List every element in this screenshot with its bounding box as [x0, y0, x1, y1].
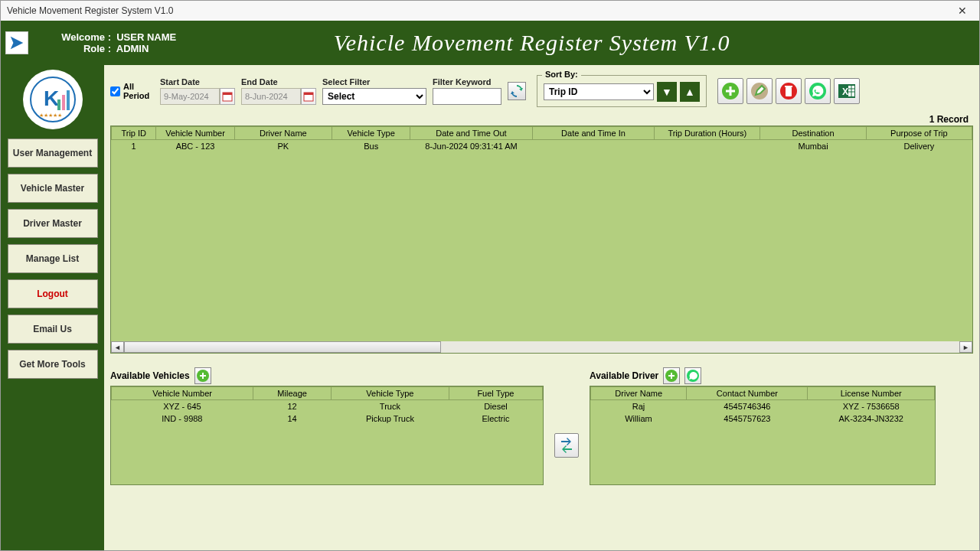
table-header[interactable]: Date and Time In [532, 127, 655, 140]
sidebar-item-email-us[interactable]: Email Us [8, 315, 98, 344]
end-date-input[interactable] [241, 88, 301, 105]
sort-by-group: Sort By: Trip ID ▼ ▲ [537, 75, 707, 107]
vehicles-table[interactable]: Vehicle NumberMileageVehicle TypeFuel Ty… [110, 386, 544, 485]
svg-rect-14 [785, 86, 792, 87]
sidebar-item-logout[interactable]: Logout [8, 279, 98, 308]
table-header[interactable]: Destination [760, 127, 866, 140]
table-header[interactable]: Driver Name [234, 127, 332, 140]
page-title: Vehicle Movement Register System V1.0 [176, 30, 979, 56]
svg-rect-4 [67, 90, 70, 110]
scroll-left-icon[interactable]: ◄ [111, 341, 124, 353]
table-header[interactable]: Purpose of Trip [866, 127, 972, 140]
refresh-icon[interactable] [508, 82, 526, 100]
table-header[interactable]: Trip ID [112, 127, 156, 140]
delete-button[interactable] [776, 78, 802, 104]
table-header[interactable]: Vehicle Number [112, 387, 253, 400]
sidebar-item-vehicle-master[interactable]: Vehicle Master [8, 174, 98, 203]
table-header[interactable]: Driver Name [591, 387, 687, 400]
calendar-icon[interactable] [220, 88, 235, 105]
role-value: ADMIN [116, 43, 149, 54]
sidebar-item-driver-master[interactable]: Driver Master [8, 209, 98, 238]
header-logo [5, 31, 28, 54]
svg-rect-9 [304, 93, 313, 95]
whatsapp-driver-button[interactable] [684, 367, 701, 384]
end-date-label: End Date [241, 77, 316, 86]
start-date-label: Start Date [160, 77, 235, 86]
svg-rect-7 [223, 93, 232, 95]
close-icon[interactable]: ✕ [952, 3, 973, 18]
filter-keyword-label: Filter Keyword [433, 77, 501, 86]
select-filter-dropdown[interactable]: Select [322, 88, 426, 105]
available-vehicles-title: Available Vehicles [110, 370, 190, 381]
scroll-right-icon[interactable]: ► [959, 341, 972, 353]
whatsapp-button[interactable] [805, 78, 831, 104]
table-header[interactable]: Trip Duration (Hours) [655, 127, 760, 140]
sidebar-item-get-more-tools[interactable]: Get More Tools [8, 350, 98, 379]
table-header[interactable]: Contact Number [687, 387, 808, 400]
sort-asc-button[interactable]: ▲ [680, 82, 700, 102]
add-driver-button[interactable] [663, 367, 680, 384]
drivers-table[interactable]: Driver NameContact NumberLicense NumberR… [590, 386, 936, 485]
scrollbar-thumb[interactable] [124, 341, 441, 353]
svg-rect-2 [57, 99, 60, 110]
table-row[interactable]: XYZ - 64512TruckDiesel [112, 400, 543, 413]
all-period-checkbox[interactable]: All Period [110, 82, 154, 100]
svg-rect-13 [786, 87, 792, 96]
table-header[interactable]: Vehicle Type [331, 387, 449, 400]
filter-keyword-input[interactable] [433, 88, 501, 105]
sort-desc-button[interactable]: ▼ [657, 82, 677, 102]
table-row[interactable]: William4545757623AK-3234-JN3232 [591, 412, 935, 425]
svg-text:★★★★★: ★★★★★ [39, 112, 62, 118]
sort-by-dropdown[interactable]: Trip ID [544, 83, 654, 100]
sidebar-item-user-management[interactable]: User Management [8, 139, 98, 168]
window-title: Vehicle Movement Register System V1.0 [7, 5, 173, 16]
main-table[interactable]: Trip IDVehicle NumberDriver NameVehicle … [110, 126, 973, 354]
edit-button[interactable] [746, 78, 773, 104]
calendar-icon[interactable] [301, 88, 316, 105]
role-label: Role : [53, 43, 111, 54]
welcome-label: Welcome : [53, 31, 111, 43]
available-driver-title: Available Driver [590, 370, 658, 381]
svg-text:X: X [842, 86, 848, 97]
welcome-value: USER NAME [116, 31, 176, 43]
sidebar-item-manage-list[interactable]: Manage List [8, 244, 98, 273]
table-header[interactable]: License Number [808, 387, 935, 400]
svg-text:K: K [44, 86, 59, 110]
table-header[interactable]: Date and Time Out [410, 127, 533, 140]
excel-export-button[interactable]: X [834, 78, 860, 104]
start-date-input[interactable] [160, 88, 220, 105]
svg-rect-3 [62, 95, 65, 110]
add-button[interactable] [717, 78, 743, 104]
table-header[interactable]: Mileage [253, 387, 332, 400]
add-vehicle-button[interactable] [194, 367, 211, 384]
record-count: 1 Record [110, 112, 973, 126]
select-filter-label: Select Filter [322, 77, 426, 86]
table-header[interactable]: Fuel Type [449, 387, 542, 400]
table-row[interactable]: IND - 998814Pickup TruckElectric [112, 412, 543, 425]
table-row[interactable]: Raj4545746346XYZ - 7536658 [591, 400, 935, 413]
sidebar-logo: K★★★★★ [23, 70, 83, 129]
table-header[interactable]: Vehicle Number [156, 127, 234, 140]
swap-refresh-button[interactable] [554, 433, 579, 458]
table-header[interactable]: Vehicle Type [332, 127, 410, 140]
table-row[interactable]: 1ABC - 123PKBus8-Jun-2024 09:31:41 AMMum… [112, 140, 972, 153]
